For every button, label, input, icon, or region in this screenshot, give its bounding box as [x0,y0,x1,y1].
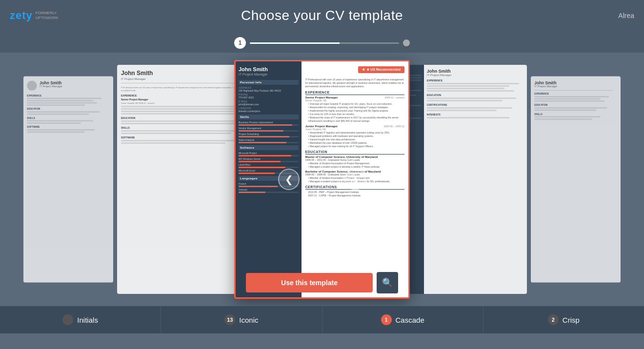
sw-2: MS Windows Server [239,157,299,162]
template-label-initials[interactable]: Initials [0,306,161,333]
crisp-label: Crisp [563,316,580,324]
initials-label: Initials [77,316,98,324]
cascade-job-title: IT Project Manager [239,73,299,76]
left-chevron-icon: ❮ [285,174,293,185]
progress-step-1: 1 [234,37,246,49]
far-left-section1: Experience [27,94,109,97]
skill-4: Sales Analysis [239,138,299,143]
sw-1: Microsoft Project [239,152,299,156]
template-card-far-left[interactable]: John Smith IT Project Manager Experience… [23,76,113,282]
far-left-avatar [27,81,37,91]
skill-2: Vendor Management [239,127,299,132]
near-right-right-col: John Smith IT Project Manager Experience… [424,65,527,294]
progress-line [250,42,399,44]
template-label-iconic[interactable]: 13 Iconic [161,306,322,333]
cascade-num: 1 [381,314,392,325]
iconic-num: 13 [224,314,235,325]
near-right-name: John Smith [427,69,524,74]
us-recommended-badge: ★ ★ US Recommended [358,66,404,73]
far-right-title: IT Project Manager [534,85,617,88]
zoom-icon: 🔍 [382,277,393,288]
skill-3: Project Scheduling [239,133,299,137]
far-left-section4: Software [27,126,109,129]
far-left-section3: Skills [27,116,109,119]
cascade-linkedin-value: linkedin.com/in/joha [239,110,299,113]
progress-dot [403,39,410,46]
cascade-skills-header: Skills [239,115,299,119]
far-right-name: John Smith [534,81,617,85]
template-label-crisp[interactable]: 2 Crisp [483,306,644,333]
zoom-button[interactable]: 🔍 [377,272,398,293]
template-card-center[interactable]: John Smith IT Project Manager Personal I… [234,60,410,299]
cascade-software-header: Software [239,145,299,150]
carousel-area: John Smith IT Project Manager Experience… [0,53,644,306]
use-template-button[interactable]: Use this template [246,273,373,292]
cascade-edu-1: Master of Computer Science, University o… [305,155,404,169]
page-title: Choose your CV template [241,8,403,23]
template-label-cascade[interactable]: 1 Cascade [322,306,483,333]
logo[interactable]: zety FORMERLY uptowork [10,9,59,22]
carousel-left-arrow[interactable]: ❮ [278,169,300,190]
far-left-name: John Smith [27,81,109,85]
far-left-title: IT Project Manager [27,85,109,88]
cascade-label: Cascade [396,316,424,324]
carousel-right-arrow[interactable]: ❯ [344,169,366,190]
initials-num [62,314,73,325]
far-left-section2: Education [27,108,109,111]
logo-subtitle: FORMERLY uptowork [36,11,59,20]
iconic-label: Iconic [239,316,258,324]
logo-zety-text: zety [10,9,33,22]
progress-section: 1 [0,31,644,53]
far-right-template-content: John Smith IT Project Manager Experience… [531,76,621,282]
cascade-job-1: Senior Project Manager 2006-12 – present… [305,96,404,123]
crisp-num: 2 [548,314,559,325]
cascade-phone-field: Phone 774-007-4223 [239,93,299,99]
cascade-r-experience-header: Experience [305,91,404,95]
template-card-far-right[interactable]: John Smith IT Project Manager Experience… [531,76,621,282]
near-right-title: IT Project Manager [427,74,524,77]
cascade-job-2: Junior Project Manager 2000-06 – 2006-12… [305,125,404,148]
progress-bar: 1 [234,37,410,49]
cascade-personal-header: Personal Info [239,80,299,85]
cascade-phone-value: 774-007-4223 [239,96,299,99]
star-icon: ★ [362,68,365,72]
skill-1: Business Process Improvement [239,121,299,126]
cascade-r-education-header: Education [305,150,404,155]
cascade-address-value: 130 Rightwell Way Portland, ME 04023 [239,89,299,92]
template-names-bar: Initials 13 Iconic 1 Cascade 2 Crisp [0,306,644,333]
header: zety FORMERLY uptowork Choose your CV te… [0,0,644,31]
cta-overlay: Use this template 🔍 [236,268,408,297]
cascade-linkedin-field: LinkedIn linkedin.com/in/joha [239,107,299,113]
cascade-email-field: E-mail john@domain.com [239,100,299,106]
cascade-template: John Smith IT Project Manager Personal I… [236,61,408,297]
right-chevron-icon: ❯ [351,174,360,185]
cascade-name: John Smith [239,66,299,73]
cascade-address-field: Address 130 Rightwell Way Portland, ME 0… [239,86,299,92]
cascade-email-value: john@domain.com [239,103,299,106]
header-right-text: Alrea [618,12,634,19]
cascade-cert-1: 2010-05 · PMP – Project Management Insti… [305,191,404,197]
far-left-template-content: John Smith IT Project Manager Experience… [23,76,113,282]
sw-3: LibreOffice [239,163,299,168]
